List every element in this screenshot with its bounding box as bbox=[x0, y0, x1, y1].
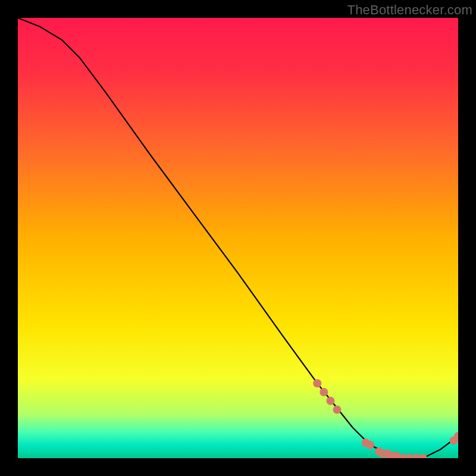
data-marker bbox=[313, 379, 321, 387]
plot-area bbox=[18, 18, 458, 458]
attribution-label: TheBottlenecker.com bbox=[347, 2, 472, 18]
chart-frame: TheBottlenecker.com bbox=[0, 0, 476, 476]
chart-svg bbox=[18, 18, 458, 458]
data-marker bbox=[320, 388, 328, 396]
data-marker bbox=[333, 406, 342, 414]
gradient-background bbox=[18, 18, 458, 458]
data-marker bbox=[366, 441, 374, 449]
data-marker bbox=[326, 397, 334, 405]
